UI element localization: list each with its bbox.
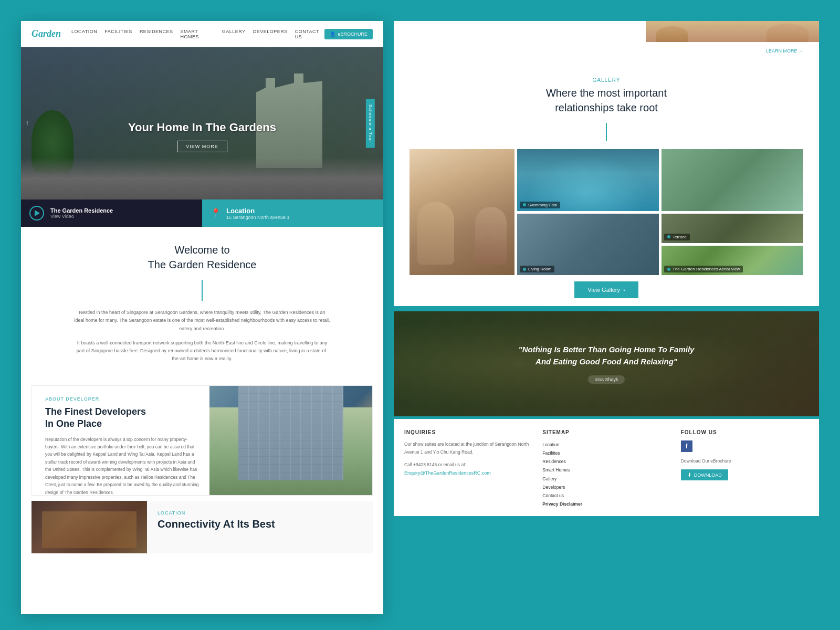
hero-view-more-button[interactable]: VIEW MORE	[177, 141, 227, 152]
location-section-title: Connectivity At Its Best	[158, 518, 362, 530]
hero-road	[21, 158, 383, 200]
gallery-grid: Swimming Pool Living Room	[410, 149, 803, 275]
brochure-button[interactable]: 👤 eBROCHURE	[324, 29, 373, 39]
location-bar-image	[32, 501, 147, 553]
about-label: About Developer	[45, 396, 199, 402]
download-icon: ⬇	[687, 472, 691, 478]
location-info: Location 15 Serangoon North avenue 1	[226, 207, 290, 220]
left-panel: Garden LOCATION FACILITIES RESIDENCES SM…	[21, 21, 383, 614]
welcome-section: Welcome to The Garden Residence Nestled …	[21, 227, 383, 380]
aerial-label: The Garden Residences Aerial View	[664, 266, 743, 272]
sitemap-contact[interactable]: Contact us	[542, 491, 670, 500]
right-panel: LEARN MORE → Gallery Where the most impo…	[394, 21, 819, 614]
nav-gallery[interactable]: GALLERY	[222, 29, 246, 39]
person-arm-2	[766, 24, 808, 42]
hero-section: Your Home In The Gardens VIEW MORE f Sch…	[21, 47, 383, 200]
person-arm-1	[656, 26, 688, 42]
hero-title: Your Home In The Gardens	[21, 121, 383, 134]
building-visual	[238, 386, 343, 480]
location-section-label: Location	[158, 510, 362, 516]
welcome-divider	[202, 280, 203, 301]
quote-text-block: "Nothing Is Better Than Going Home To Fa…	[501, 344, 711, 384]
person-icon: 👤	[330, 32, 335, 37]
quote-section: "Nothing Is Better Than Going Home To Fa…	[394, 311, 819, 416]
video-subtitle: View Video	[50, 214, 113, 219]
footer-sitemap-title: SITEMAP	[542, 429, 670, 435]
developer-text: Reputation of the developers is always a…	[45, 436, 199, 497]
nav-contact[interactable]: CONTACT US	[295, 29, 325, 39]
footer-inquiries-text1: Our show suites are located at the junct…	[404, 440, 532, 457]
footer-inquiries: INQUIRIES Our show suites are located at…	[404, 429, 532, 508]
nav-facilities[interactable]: FACILITIES	[104, 29, 132, 39]
sitemap-residences[interactable]: Residences	[542, 457, 670, 466]
location-bar[interactable]: 📍 Location 15 Serangoon North avenue 1	[202, 200, 383, 227]
view-gallery-container: View Gallery ›	[410, 281, 803, 298]
gallery-cell-living[interactable]: Living Room	[517, 214, 659, 276]
sitemap-smart-homes[interactable]: Smart Homes	[542, 466, 670, 474]
video-info: The Garden Residence View Video	[50, 207, 113, 219]
footer-email[interactable]: Enquiry@TheGardenResidencesRC.com	[404, 470, 491, 476]
video-title: The Garden Residence	[50, 207, 113, 214]
top-learn-more-link[interactable]: LEARN MORE →	[766, 48, 803, 54]
hero-text-block: Your Home In The Gardens VIEW MORE	[21, 121, 383, 152]
terrace-dot	[667, 235, 670, 238]
gallery-cell-aerial-top[interactable]	[662, 149, 803, 211]
gallery-cell-aerial[interactable]: The Garden Residences Aerial View	[662, 246, 803, 275]
person-silhouette-2	[475, 207, 507, 265]
nav-residences[interactable]: RESIDENCES	[140, 29, 173, 39]
nav-smart-homes[interactable]: SMART HOMES	[180, 29, 214, 39]
hero-bottom-bar: The Garden Residence View Video 📍 Locati…	[21, 200, 383, 227]
terrace-label: Terrace	[664, 234, 690, 240]
footer-inquiries-title: INQUIRIES	[404, 429, 532, 435]
gallery-section-label: Gallery	[410, 77, 803, 83]
quote-main-text: "Nothing Is Better Than Going Home To Fa…	[517, 344, 696, 368]
facebook-social-icon[interactable]: f	[681, 440, 692, 452]
facebook-icon[interactable]: f	[26, 120, 28, 127]
play-button[interactable]	[29, 206, 44, 220]
nav-links: LOCATION FACILITIES RESIDENCES SMART HOM…	[71, 29, 324, 39]
gallery-divider	[606, 123, 607, 141]
person-silhouette-1	[417, 202, 454, 265]
navigation: Garden LOCATION FACILITIES RESIDENCES SM…	[21, 21, 383, 47]
pool-dot	[523, 203, 526, 206]
footer-sitemap: SITEMAP Location Facilities Residences S…	[542, 429, 670, 508]
footer-download-label: Download Our eBrochure	[681, 457, 808, 465]
welcome-heading: Welcome to The Garden Residence	[74, 243, 331, 272]
nav-developers[interactable]: DEVELOPERS	[253, 29, 288, 39]
site-logo[interactable]: Garden	[32, 28, 61, 39]
download-button[interactable]: ⬇ DOWNLOAD	[681, 469, 728, 480]
developer-section: About Developer The Finest Developers In…	[32, 385, 373, 496]
footer-phone: Call +9423 8145 or email us at: Enquiry@…	[404, 461, 532, 478]
footer-follow-title: FOLLOW US	[681, 429, 808, 435]
sitemap-location[interactable]: Location	[542, 440, 670, 449]
developer-title: The Finest Developers In One Place	[45, 406, 199, 430]
sitemap-gallery[interactable]: Gallery	[542, 475, 670, 483]
gallery-person-image	[410, 149, 514, 275]
aerial-bg	[662, 149, 803, 211]
sitemap-facilities[interactable]: Facilities	[542, 449, 670, 457]
location-address: 15 Serangoon North avenue 1	[226, 215, 290, 220]
top-image-strip	[394, 21, 819, 42]
sitemap-privacy[interactable]: Privacy Disclaimer	[542, 500, 670, 508]
gallery-cell-terrace[interactable]: Terrace	[662, 214, 803, 243]
living-label: Living Room	[520, 266, 554, 272]
footer-follow: FOLLOW US f Download Our eBrochure ⬇ DOW…	[681, 429, 808, 508]
gallery-cell-pool[interactable]: Swimming Pool	[517, 149, 659, 211]
welcome-para-1: Nestled in the heart of Singapore at Ser…	[74, 309, 331, 333]
location-pin-icon: 📍	[211, 208, 221, 218]
welcome-para-2: It boasts a well-connected transport net…	[74, 339, 331, 363]
gallery-section: Gallery Where the most important relatio…	[394, 64, 819, 306]
location-content: Location Connectivity At Its Best	[147, 501, 373, 553]
gallery-bottom-right: Terrace The Garden Residences Aerial Vie…	[662, 214, 803, 276]
gallery-section-title: Where the most important relationships t…	[410, 86, 803, 115]
quote-author: Irina Shayk	[588, 375, 624, 384]
schedule-tour-tab[interactable]: Schedule a Tour	[366, 99, 375, 148]
sitemap-developers[interactable]: Developers	[542, 483, 670, 491]
view-gallery-button[interactable]: View Gallery ›	[574, 281, 638, 298]
gallery-right-grid: Swimming Pool Living Room	[517, 149, 803, 275]
developer-building-image	[209, 386, 372, 495]
footer: INQUIRIES Our show suites are located at…	[394, 419, 819, 516]
nav-location[interactable]: LOCATION	[71, 29, 97, 39]
video-bar[interactable]: The Garden Residence View Video	[21, 200, 202, 227]
play-icon	[35, 210, 40, 216]
